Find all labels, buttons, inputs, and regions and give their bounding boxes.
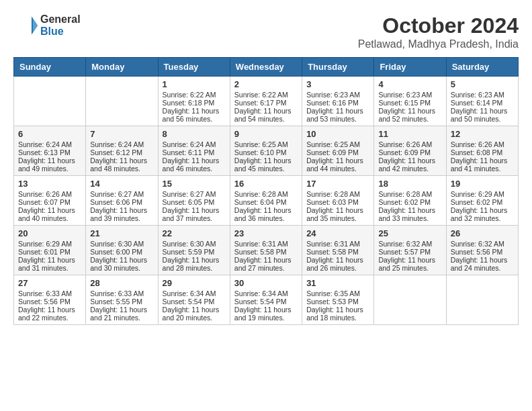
day-number: 7 — [90, 129, 153, 139]
calendar-cell — [14, 77, 86, 126]
calendar-cell: 20Sunrise: 6:29 AMSunset: 6:01 PMDayligh… — [14, 226, 86, 275]
day-number: 19 — [451, 179, 514, 189]
day-number: 18 — [378, 179, 441, 189]
calendar-cell: 2Sunrise: 6:22 AMSunset: 6:17 PMDaylight… — [230, 77, 302, 126]
day-number: 29 — [163, 278, 226, 288]
day-number: 11 — [378, 129, 441, 139]
day-number: 14 — [90, 179, 153, 189]
day-info: Daylight: 11 hours and 20 minutes. — [163, 306, 226, 322]
day-info: Sunset: 5:54 PM — [234, 298, 298, 306]
day-info: Sunset: 6:02 PM — [378, 198, 441, 206]
calendar-column-header: Thursday — [302, 58, 374, 77]
calendar-column-header: Sunday — [14, 58, 86, 77]
calendar-cell: 26Sunrise: 6:32 AMSunset: 5:56 PMDayligh… — [446, 226, 518, 275]
day-info: Daylight: 11 hours and 26 minutes. — [306, 256, 369, 272]
day-info: Daylight: 11 hours and 33 minutes. — [378, 206, 441, 222]
header: General Blue October 2024 Petlawad, Madh… — [13, 13, 519, 50]
page-subtitle: Petlawad, Madhya Pradesh, India — [358, 38, 519, 50]
day-number: 10 — [306, 129, 369, 139]
day-info: Daylight: 11 hours and 41 minutes. — [451, 156, 514, 173]
day-info: Sunrise: 6:22 AM — [163, 91, 226, 99]
calendar-cell: 17Sunrise: 6:28 AMSunset: 6:03 PMDayligh… — [302, 176, 374, 226]
calendar-cell: 12Sunrise: 6:26 AMSunset: 6:08 PMDayligh… — [446, 126, 518, 176]
day-info: Daylight: 11 hours and 30 minutes. — [90, 256, 153, 272]
day-info: Sunset: 5:58 PM — [234, 248, 298, 256]
calendar-header-row: SundayMondayTuesdayWednesdayThursdayFrid… — [14, 58, 519, 77]
day-info: Sunset: 6:18 PM — [163, 99, 226, 107]
day-info: Sunset: 6:16 PM — [306, 99, 369, 107]
day-info: Daylight: 11 hours and 27 minutes. — [234, 256, 298, 272]
day-info: Daylight: 11 hours and 19 minutes. — [234, 306, 298, 322]
calendar-cell: 25Sunrise: 6:32 AMSunset: 5:57 PMDayligh… — [374, 226, 446, 275]
day-number: 1 — [163, 79, 226, 89]
calendar-cell: 8Sunrise: 6:24 AMSunset: 6:11 PMDaylight… — [158, 126, 230, 176]
day-info: Sunset: 5:58 PM — [306, 248, 369, 256]
calendar-cell: 6Sunrise: 6:24 AMSunset: 6:13 PMDaylight… — [14, 126, 86, 176]
day-info: Sunrise: 6:32 AM — [451, 240, 514, 248]
day-number: 2 — [234, 79, 298, 89]
day-info: Sunset: 6:06 PM — [90, 198, 153, 206]
day-info: Daylight: 11 hours and 21 minutes. — [90, 306, 153, 322]
day-number: 22 — [163, 228, 226, 238]
title-area: October 2024 Petlawad, Madhya Pradesh, I… — [358, 13, 519, 50]
calendar-column-header: Friday — [374, 58, 446, 77]
day-info: Daylight: 11 hours and 48 minutes. — [90, 156, 153, 173]
day-number: 27 — [18, 278, 81, 288]
calendar-cell: 14Sunrise: 6:27 AMSunset: 6:06 PMDayligh… — [86, 176, 158, 226]
day-number: 6 — [18, 129, 81, 139]
day-info: Daylight: 11 hours and 36 minutes. — [234, 206, 298, 222]
day-info: Sunset: 6:10 PM — [234, 148, 298, 156]
day-number: 3 — [306, 79, 369, 89]
day-info: Sunset: 5:56 PM — [18, 298, 81, 306]
day-info: Daylight: 11 hours and 40 minutes. — [18, 206, 81, 222]
day-info: Daylight: 11 hours and 39 minutes. — [90, 206, 153, 222]
day-number: 5 — [451, 79, 514, 89]
calendar-cell: 22Sunrise: 6:30 AMSunset: 5:59 PMDayligh… — [158, 226, 230, 275]
day-info: Sunrise: 6:25 AM — [234, 140, 298, 148]
calendar-row: 6Sunrise: 6:24 AMSunset: 6:13 PMDaylight… — [14, 126, 519, 176]
day-info: Daylight: 11 hours and 45 minutes. — [234, 156, 298, 173]
calendar-cell: 9Sunrise: 6:25 AMSunset: 6:10 PMDaylight… — [230, 126, 302, 176]
day-info: Daylight: 11 hours and 52 minutes. — [378, 107, 441, 123]
calendar-cell: 28Sunrise: 6:33 AMSunset: 5:55 PMDayligh… — [86, 275, 158, 325]
day-info: Daylight: 11 hours and 25 minutes. — [378, 256, 441, 272]
day-info: Sunrise: 6:22 AM — [234, 91, 298, 99]
day-number: 25 — [378, 228, 441, 238]
day-info: Sunset: 6:09 PM — [306, 148, 369, 156]
day-info: Sunset: 6:17 PM — [234, 99, 298, 107]
day-info: Daylight: 11 hours and 54 minutes. — [234, 107, 298, 123]
page-title: October 2024 — [358, 13, 519, 38]
day-number: 21 — [90, 228, 153, 238]
day-info: Daylight: 11 hours and 46 minutes. — [163, 156, 226, 173]
calendar-row: 20Sunrise: 6:29 AMSunset: 6:01 PMDayligh… — [14, 226, 519, 275]
day-info: Daylight: 11 hours and 32 minutes. — [451, 206, 514, 222]
day-info: Sunset: 5:54 PM — [163, 298, 226, 306]
day-info: Sunrise: 6:30 AM — [90, 240, 153, 248]
day-info: Sunrise: 6:23 AM — [306, 91, 369, 99]
calendar-cell: 23Sunrise: 6:31 AMSunset: 5:58 PMDayligh… — [230, 226, 302, 275]
day-info: Sunrise: 6:29 AM — [451, 190, 514, 198]
day-number: 15 — [163, 179, 226, 189]
day-number: 23 — [234, 228, 298, 238]
day-number: 31 — [306, 278, 369, 288]
day-info: Sunset: 6:04 PM — [234, 198, 298, 206]
calendar-cell: 27Sunrise: 6:33 AMSunset: 5:56 PMDayligh… — [14, 275, 86, 325]
day-info: Sunrise: 6:35 AM — [306, 289, 369, 298]
day-number: 13 — [18, 179, 81, 189]
day-info: Daylight: 11 hours and 37 minutes. — [163, 206, 226, 222]
day-info: Sunset: 6:05 PM — [163, 198, 226, 206]
day-number: 12 — [451, 129, 514, 139]
calendar-cell: 15Sunrise: 6:27 AMSunset: 6:05 PMDayligh… — [158, 176, 230, 226]
day-info: Sunrise: 6:26 AM — [18, 190, 81, 198]
calendar-cell: 1Sunrise: 6:22 AMSunset: 6:18 PMDaylight… — [158, 77, 230, 126]
day-number: 17 — [306, 179, 369, 189]
day-number: 20 — [18, 228, 81, 238]
calendar-cell: 21Sunrise: 6:30 AMSunset: 6:00 PMDayligh… — [86, 226, 158, 275]
calendar-cell — [446, 275, 518, 325]
calendar-cell: 30Sunrise: 6:34 AMSunset: 5:54 PMDayligh… — [230, 275, 302, 325]
day-info: Daylight: 11 hours and 31 minutes. — [18, 256, 81, 272]
day-number: 26 — [451, 228, 514, 238]
day-info: Sunset: 6:07 PM — [18, 198, 81, 206]
calendar-cell: 29Sunrise: 6:34 AMSunset: 5:54 PMDayligh… — [158, 275, 230, 325]
day-info: Sunrise: 6:28 AM — [234, 190, 298, 198]
